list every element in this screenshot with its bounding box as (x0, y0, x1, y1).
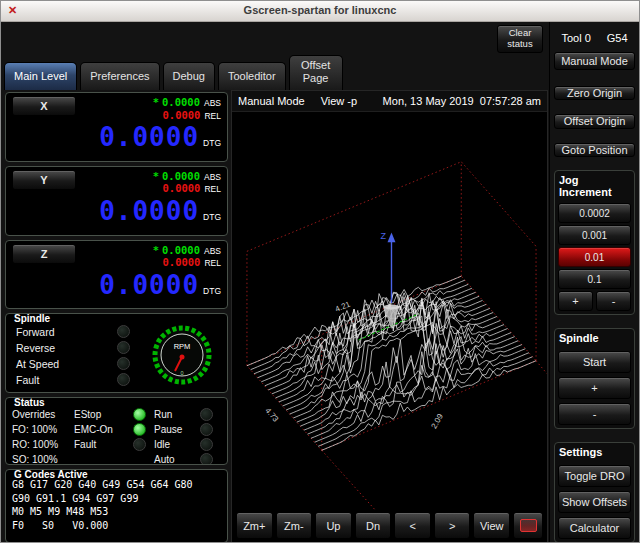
jog-increment-label: Jog Increment (558, 173, 631, 201)
calculator-button[interactable]: Calculator (558, 517, 631, 539)
fault-led (117, 373, 130, 386)
plot-3d-preview[interactable]: Z 4.21 4.73 2.09 (232, 112, 547, 510)
main-column: Clear status Main Level Preferences Debu… (1, 22, 549, 543)
clear-status-button[interactable]: Clear status (497, 25, 543, 53)
pan-right-button[interactable]: > (434, 512, 471, 539)
rapid-override-value: RO: 100% (12, 439, 74, 450)
idle-label: Idle (154, 439, 170, 450)
pause-led (200, 423, 213, 436)
dtg-value-z: 0.0000 (99, 270, 199, 300)
dtg-label: DTG (203, 138, 221, 148)
offset-origin-button[interactable]: Offset Origin (554, 114, 635, 128)
gcodes-panel: G Codes Active G8 G17 G20 G40 G49 G54 G6… (5, 469, 228, 543)
fault-status-label: Fault (74, 439, 96, 450)
rel-value-y: 0.0000 (163, 182, 201, 194)
zoom-out-button[interactable]: Zm- (276, 512, 313, 539)
jog-increment-0.001-button[interactable]: 0.001 (558, 225, 631, 245)
run-cell: Run (154, 408, 221, 421)
run-label: Run (154, 409, 172, 420)
show-offsets-button[interactable]: Show Offsets (558, 491, 631, 513)
spindle-section-label: Spindle (558, 331, 631, 347)
dro-panel-z: Z *0.0000ABS 0.0000REL 0.0000 DTG (5, 240, 228, 310)
pan-left-button[interactable]: < (394, 512, 431, 539)
dtg-value-y: 0.0000 (99, 196, 199, 226)
app-body: Clear status Main Level Preferences Debu… (1, 22, 639, 543)
rel-label: REL (204, 184, 221, 194)
dro-sidebar: X *0.0000ABS 0.0000REL 0.0000 DTG (1, 90, 230, 543)
tab-tooleditor[interactable]: Tooleditor (218, 62, 286, 90)
manual-mode-button[interactable]: Manual Mode (554, 52, 635, 70)
tool-status-row: Tool 0 G54 (554, 32, 635, 44)
plot-grid-lines (247, 162, 547, 510)
reverse-led (117, 341, 130, 354)
gcodes-panel-title: G Codes Active (11, 469, 91, 480)
titlebar: ✕ Gscreen-spartan for linuxcnc (1, 1, 639, 22)
abs-value-z: 0.0000 (162, 244, 200, 256)
axis-select-button-x[interactable]: X (12, 96, 76, 116)
rpm-gauge: RPM 0 (151, 324, 213, 386)
pause-cell: Pause (154, 423, 221, 436)
spindle-indicator-panel: Spindle Forward Reverse At Speed Fault R… (5, 313, 228, 393)
zoom-in-button[interactable]: Zm+ (236, 512, 273, 539)
plot-header: Manual Mode View -p Mon, 13 May 2019 07:… (232, 91, 547, 112)
jog-increment-0.01-button-selected[interactable]: 0.01 (558, 247, 631, 267)
zero-origin-button[interactable]: Zero Origin (554, 86, 635, 100)
dimension-right: 2.09 (429, 412, 445, 430)
dro-small-z: *0.0000ABS 0.0000REL (153, 244, 221, 269)
clear-status-line2: status (507, 39, 532, 50)
plot-mode-label: Manual Mode (238, 95, 305, 107)
tab-preferences[interactable]: Preferences (80, 62, 159, 90)
close-icon[interactable]: ✕ (8, 1, 17, 20)
rel-value-x: 0.0000 (163, 109, 201, 121)
tab-main-level[interactable]: Main Level (4, 62, 77, 90)
plot-view-label: View -p (321, 95, 357, 107)
tab-offset-page[interactable]: Offset Page (289, 55, 343, 91)
goto-position-button[interactable]: Goto Position (554, 143, 635, 157)
abs-label: ABS (204, 98, 221, 108)
clear-plot-button[interactable] (513, 512, 543, 539)
toggle-dro-button[interactable]: Toggle DRO (558, 465, 631, 487)
spindle-faster-button[interactable]: + (558, 377, 631, 399)
view-button[interactable]: View (473, 512, 510, 539)
homed-indicator-y: * (153, 170, 159, 182)
spindle-override-value: SO: 100% (12, 454, 74, 465)
axis-select-button-z[interactable]: Z (12, 244, 76, 264)
forward-led (117, 325, 130, 338)
jog-plus-button[interactable]: + (558, 291, 593, 311)
dtg-label: DTG (203, 212, 221, 222)
spindle-fault-row: Fault (12, 373, 130, 386)
dro-panel-y: Y *0.0000ABS 0.0000REL 0.0000 DTG (5, 166, 228, 236)
abs-value-x: 0.0000 (162, 96, 200, 108)
forward-label: Forward (16, 326, 55, 338)
fault-cell: Fault (74, 438, 154, 451)
pan-down-button[interactable]: Dn (355, 512, 392, 539)
gcode-line-1: G8 G17 G20 G40 G49 G54 G64 G80 (12, 478, 221, 492)
spindle-panel-title: Spindle (11, 313, 53, 324)
dro-small-y: *0.0000ABS 0.0000REL (153, 170, 221, 195)
dtg-value-x: 0.0000 (99, 122, 199, 152)
jog-increment-0.1-button[interactable]: 0.1 (558, 269, 631, 289)
fault-label: Fault (16, 374, 39, 386)
spindle-start-button[interactable]: Start (558, 351, 631, 373)
estop-led (133, 408, 146, 421)
pan-up-button[interactable]: Up (315, 512, 352, 539)
tab-bar: Main Level Preferences Debug Tooleditor … (1, 56, 549, 90)
rel-value-z: 0.0000 (163, 256, 201, 268)
spindle-reverse-row: Reverse (12, 341, 130, 354)
plot-button-bar: Zm+ Zm- Up Dn < > View (232, 510, 547, 542)
jog-minus-button[interactable]: - (596, 291, 631, 311)
spindle-slower-button[interactable]: - (558, 403, 631, 425)
dro-small-x: *0.0000ABS 0.0000REL (153, 96, 221, 121)
spindle-atspeed-row: At Speed (12, 357, 130, 370)
auto-label: Auto (154, 454, 175, 465)
emc-on-label: EMC-On (74, 424, 113, 435)
axis-select-button-y[interactable]: Y (12, 170, 76, 190)
gcode-line-4: F0 S0 V0.000 (12, 519, 221, 533)
app-window: ✕ Gscreen-spartan for linuxcnc Clear sta… (0, 0, 640, 543)
tab-debug[interactable]: Debug (163, 62, 215, 90)
at-speed-label: At Speed (16, 358, 59, 370)
dimension-left: 4.21 (334, 299, 352, 314)
top-strip: Clear status (1, 22, 549, 56)
feed-override-value: FO: 100% (12, 424, 74, 435)
jog-increment-0.0002-button[interactable]: 0.0002 (558, 203, 631, 223)
